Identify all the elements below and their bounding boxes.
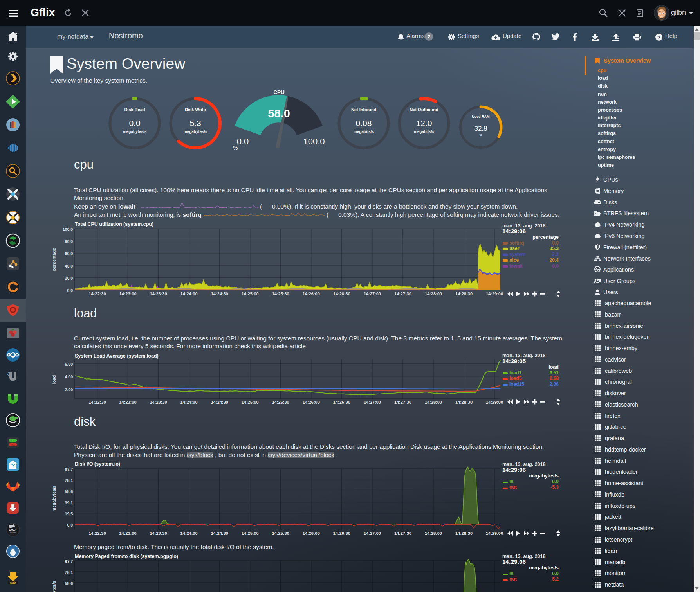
- svg-text:percentage: percentage: [52, 248, 56, 271]
- svg-text:Disk I/O (system.io): Disk I/O (system.io): [75, 461, 120, 467]
- svg-text:14:24:30: 14:24:30: [211, 531, 228, 536]
- svg-text:14:27:00: 14:27:00: [364, 292, 381, 296]
- svg-text:14:29:05: 14:29:05: [502, 358, 526, 364]
- svg-text:100.0: 100.0: [303, 137, 325, 146]
- svg-text:4.00: 4.00: [65, 374, 73, 379]
- svg-text:14:26:30: 14:26:30: [333, 400, 350, 405]
- svg-text:megabytes/s: megabytes/s: [529, 473, 559, 479]
- svg-text:14:26:30: 14:26:30: [333, 292, 350, 296]
- svg-text:100.0: 100.0: [63, 227, 73, 232]
- svg-text:Memory Paged from/to disk (sys: Memory Paged from/to disk (system.pgpgio…: [75, 554, 178, 559]
- svg-text:14:29:00: 14:29:00: [486, 531, 503, 536]
- svg-text:%: %: [479, 133, 482, 137]
- svg-text:14:23:30: 14:23:30: [150, 292, 167, 296]
- svg-text:14:26:00: 14:26:00: [303, 400, 320, 405]
- svg-text:14:23:30: 14:23:30: [150, 400, 167, 405]
- svg-text:14:28:00: 14:28:00: [425, 292, 442, 296]
- svg-text:System Load Average (system.lo: System Load Average (system.load): [75, 353, 159, 359]
- svg-text:14:26:00: 14:26:00: [303, 292, 320, 296]
- svg-text:Offline: Offline: [11, 444, 15, 446]
- svg-text:14:29:06: 14:29:06: [502, 466, 526, 473]
- svg-text:20.0: 20.0: [65, 276, 73, 281]
- svg-text:14:28:30: 14:28:30: [455, 531, 473, 536]
- svg-text:14:26:00: 14:26:00: [303, 531, 320, 536]
- svg-text:60.0: 60.0: [65, 251, 73, 256]
- svg-text:14:23:00: 14:23:00: [119, 531, 136, 536]
- svg-text:sab: sab: [10, 581, 16, 585]
- svg-text:user: user: [509, 246, 520, 251]
- svg-text:load: load: [548, 364, 559, 370]
- svg-text:softirq: softirq: [509, 240, 524, 246]
- svg-text:20.4: 20.4: [550, 257, 559, 263]
- svg-text:14:22:30: 14:22:30: [88, 292, 106, 296]
- svg-text:58.6: 58.6: [65, 489, 73, 494]
- svg-text:14:24:30: 14:24:30: [211, 292, 228, 296]
- svg-text:system: system: [509, 252, 525, 257]
- svg-text:14:25:30: 14:25:30: [272, 400, 289, 405]
- svg-text:58.0: 58.0: [268, 107, 290, 120]
- svg-text:0.0: 0.0: [552, 571, 559, 576]
- svg-text:%: %: [233, 145, 238, 151]
- svg-text:14:23:30: 14:23:30: [150, 531, 167, 536]
- svg-text:megabytes/s: megabytes/s: [184, 130, 207, 134]
- svg-text:Net Outbound: Net Outbound: [410, 107, 438, 112]
- svg-text:nice: nice: [509, 257, 519, 263]
- svg-text:78.1: 78.1: [65, 478, 73, 483]
- svg-text:load15: load15: [509, 381, 524, 387]
- svg-text:0.0: 0.0: [552, 479, 559, 484]
- svg-text:-5.3: -5.3: [550, 484, 559, 490]
- svg-text:Used RAM: Used RAM: [472, 115, 489, 119]
- svg-text:14:25:00: 14:25:00: [242, 400, 259, 405]
- svg-text:librarian: librarian: [10, 532, 16, 534]
- svg-text:14:24:30: 14:24:30: [211, 400, 228, 405]
- svg-text:14:29:00: 14:29:00: [486, 292, 503, 296]
- svg-text:14:26:30: 14:26:30: [333, 531, 350, 536]
- svg-text:Online: Online: [11, 440, 15, 442]
- svg-text:megabytes/s: megabytes/s: [52, 581, 56, 592]
- svg-text:load5: load5: [509, 376, 522, 381]
- svg-text:14:23:00: 14:23:00: [119, 292, 136, 296]
- svg-text:32.8: 32.8: [474, 125, 487, 132]
- svg-text:14:25:00: 14:25:00: [242, 292, 259, 296]
- svg-text:19.5: 19.5: [65, 511, 73, 516]
- svg-text:78.1: 78.1: [65, 570, 73, 575]
- svg-text:14:29:06: 14:29:06: [502, 558, 526, 565]
- svg-text:14:25:30: 14:25:30: [272, 531, 289, 536]
- svg-text:14:24:00: 14:24:00: [180, 292, 198, 296]
- svg-text:2.3: 2.3: [552, 252, 559, 257]
- svg-text:14:27:30: 14:27:30: [394, 292, 411, 296]
- svg-text:megabytes/s: megabytes/s: [52, 486, 56, 512]
- svg-text:0.0: 0.0: [552, 240, 559, 246]
- svg-text:Disk Read: Disk Read: [124, 107, 145, 112]
- svg-text:97.7: 97.7: [65, 559, 73, 564]
- svg-text:megabytes/s: megabytes/s: [123, 130, 147, 134]
- svg-text:35.3: 35.3: [550, 246, 559, 251]
- svg-text:load: load: [52, 375, 56, 384]
- svg-text:14:27:30: 14:27:30: [394, 400, 411, 405]
- svg-text:6.51: 6.51: [550, 370, 559, 376]
- svg-text:14:23:00: 14:23:00: [119, 400, 136, 405]
- svg-text:14:28:30: 14:28:30: [455, 292, 473, 296]
- svg-text:0.0: 0.0: [67, 523, 73, 527]
- svg-text:40.0: 40.0: [65, 264, 73, 268]
- svg-text:0.0: 0.0: [67, 288, 73, 293]
- svg-text:0.0: 0.0: [552, 263, 559, 269]
- svg-text:Disk Write: Disk Write: [185, 107, 206, 112]
- svg-text:14:24:00: 14:24:00: [180, 400, 198, 405]
- svg-text:2.06: 2.06: [550, 381, 559, 387]
- svg-text:80.0: 80.0: [65, 239, 73, 244]
- svg-text:megabits/s: megabits/s: [414, 130, 435, 134]
- svg-text:in: in: [509, 479, 514, 484]
- svg-text:14:28:00: 14:28:00: [425, 531, 442, 536]
- svg-text:percentage: percentage: [532, 234, 559, 240]
- svg-text:2.68: 2.68: [550, 376, 559, 381]
- svg-text:12.0: 12.0: [416, 119, 432, 128]
- svg-text:CPU: CPU: [273, 89, 285, 95]
- svg-text:39.1: 39.1: [65, 500, 73, 505]
- svg-text:14:29:06: 14:29:06: [502, 228, 526, 234]
- svg-text:0.08: 0.08: [356, 119, 372, 128]
- svg-text:-5.2: -5.2: [550, 576, 559, 582]
- svg-text:14:22:30: 14:22:30: [88, 531, 106, 536]
- svg-text:LAZY: LAZY: [9, 528, 18, 531]
- svg-text:megabits/s: megabits/s: [354, 130, 374, 134]
